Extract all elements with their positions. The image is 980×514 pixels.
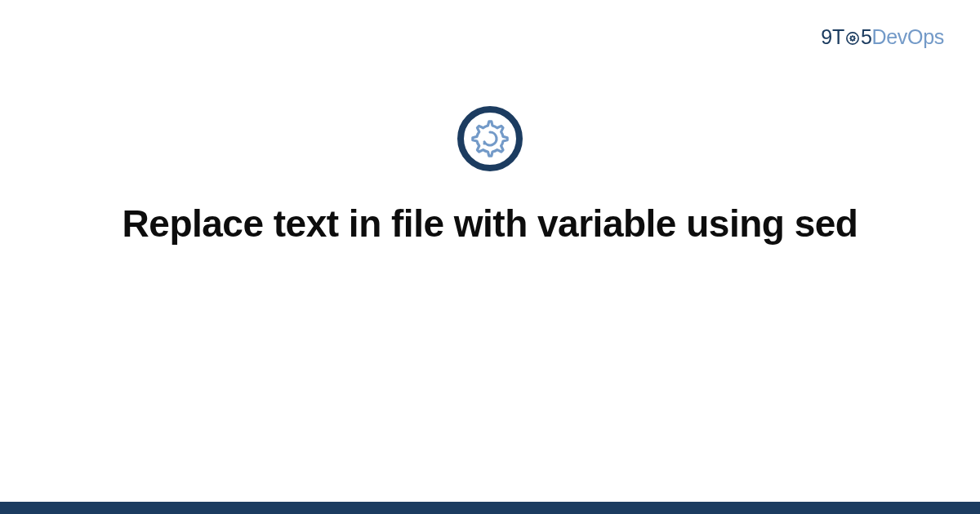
brand-gear-o-icon [845, 27, 860, 51]
footer-bar [0, 502, 980, 514]
svg-point-1 [851, 37, 855, 41]
svg-point-2 [483, 142, 485, 144]
brand-logo: 9T 5DevOps [821, 25, 944, 51]
main-content: Replace text in file with variable using… [0, 106, 980, 248]
brand-dev: Dev [871, 25, 907, 48]
page-title: Replace text in file with variable using… [122, 201, 858, 248]
brand-five: 5 [861, 25, 872, 48]
brand-t: T [832, 25, 844, 48]
brand-ops: Ops [907, 25, 944, 48]
svg-point-0 [847, 33, 858, 44]
gear-icon-circle [457, 106, 523, 171]
brand-nine: 9 [821, 25, 832, 48]
gear-icon [470, 119, 510, 158]
